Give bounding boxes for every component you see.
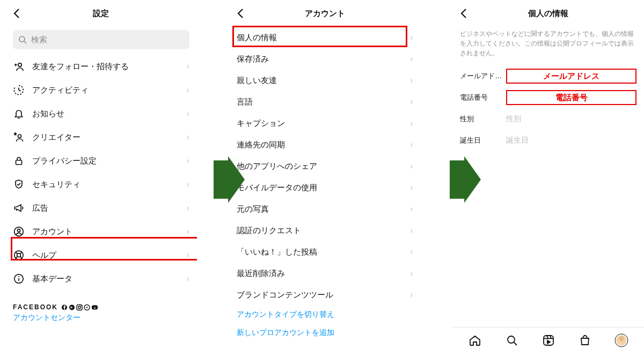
settings-row-creator[interactable]: クリエイター › [5,125,197,149]
reels-tab[interactable] [541,333,555,347]
chevron-right-icon: › [410,269,413,278]
settings-row-privacy[interactable]: プライバシー設定 › [5,149,197,173]
back-button[interactable] [13,8,20,19]
phone-label: 電話番号 [460,93,506,102]
facebook-apps-icons: o [61,304,100,311]
svg-rect-29 [544,336,553,345]
settings-row-notifications[interactable]: お知らせ › [5,102,197,125]
settings-row-follow-invite[interactable]: 友達をフォロー・招待する › [5,55,197,78]
add-pro-account-link[interactable]: 新しいプロアカウントを追加 [229,324,421,342]
chevron-right-icon: › [186,109,189,118]
account-row-recently-deleted[interactable]: 最近削除済み › [229,263,421,284]
svg-line-28 [514,342,517,345]
chevron-right-icon: › [410,97,413,107]
svg-point-8 [17,229,20,232]
account-row-label: 元の写真 [237,204,269,214]
settings-row-info[interactable]: 基本データ › [5,267,197,291]
settings-row-label: アカウント [32,227,72,237]
settings-row-ads[interactable]: 広告 › [5,196,197,220]
back-button[interactable] [460,8,467,19]
account-row-close-friends[interactable]: 親しい友達 › [229,70,421,91]
svg-marker-35 [214,157,245,203]
chevron-right-icon: › [186,180,189,189]
settings-header: 設定 [5,0,197,27]
switch-account-type-link[interactable]: アカウントタイプを切り替え [229,306,421,324]
account-row-language[interactable]: 言語 › [229,91,421,113]
chevron-right-icon: › [410,247,413,257]
svg-marker-36 [450,157,481,203]
activity-icon [13,84,25,96]
account-row-share-other-apps[interactable]: 他のアプリへのシェア › [229,155,421,177]
gender-label: 性別 [460,114,506,124]
account-row-contact-sync[interactable]: 連絡先の同期 › [229,134,421,155]
account-row-saved[interactable]: 保存済み › [229,48,421,70]
phone-field-row[interactable]: 電話番号 電話番号 [452,87,644,108]
chevron-right-icon: › [186,250,189,260]
chevron-right-icon: › [186,274,189,284]
account-row-label: キャプション [237,118,285,129]
profile-tab[interactable] [614,333,628,347]
chevron-right-icon: › [186,203,189,213]
settings-row-activity[interactable]: アクティビティ › [5,78,197,102]
help-lifesaver-icon [13,249,25,261]
account-row-verification-request[interactable]: 認証のリクエスト › [229,220,421,241]
settings-title: 設定 [5,9,197,19]
email-field-row[interactable]: メールアド… メールアドレス [452,65,644,87]
settings-row-label: セキュリティ [32,180,80,190]
account-row-original-photos[interactable]: 元の写真 › [229,198,421,220]
account-header: アカウント [229,0,421,27]
settings-row-security[interactable]: セキュリティ › [5,173,197,196]
user-circle-icon [13,226,25,237]
account-row-liked-posts[interactable]: 「いいね！」した投稿 › [229,241,421,263]
gender-field-row[interactable]: 性別 性別 [452,108,644,130]
settings-row-label: 基本データ [32,274,72,284]
svg-line-13 [20,252,22,254]
info-icon [13,273,25,285]
account-row-mobile-data[interactable]: モバイルデータの使用 › [229,177,421,198]
personal-info-description: ビジネスやペットなどに関するアカウントでも、個人の情報を入力してください。この情… [452,27,644,65]
account-row-branded-content[interactable]: ブランドコンテンツツール › [229,284,421,306]
account-row-label: 認証のリクエスト [237,226,301,236]
chevron-right-icon: › [410,118,413,128]
home-tab[interactable] [468,333,482,347]
bell-icon [13,108,25,120]
account-row-label: 他のアプリへのシェア [237,161,317,172]
settings-row-account[interactable]: アカウント › [5,220,197,243]
search-input[interactable]: 検索 [13,30,189,49]
chevron-right-icon: › [410,161,413,171]
settings-row-label: アクティビティ [32,85,89,95]
account-row-label: 「いいね！」した投稿 [237,247,317,257]
shield-icon [13,178,25,190]
svg-line-1 [24,41,26,43]
settings-row-help[interactable]: ヘルプ › [5,243,197,267]
facebook-section-header: FACEBOOK o [13,303,189,311]
chevron-right-icon: › [186,62,189,71]
settings-row-label: 友達をフォロー・招待する [32,62,129,72]
settings-row-label: お知らせ [32,109,64,119]
svg-point-0 [19,36,25,42]
svg-line-11 [16,252,18,254]
svg-line-12 [20,256,22,258]
facebook-label: FACEBOOK [13,303,58,311]
shop-tab[interactable] [578,333,592,347]
megaphone-icon [13,202,25,214]
birthday-field-row[interactable]: 誕生日 誕生日 [452,130,644,151]
chevron-right-icon: › [410,33,413,42]
back-button[interactable] [237,8,244,19]
account-screen: アカウント 個人の情報 › 保存済み › 親しい友達 › 言語 › キャプション… [229,0,421,357]
account-row-label: 個人の情報 [237,33,277,43]
add-friend-icon [13,61,25,72]
svg-text:o: o [94,306,96,309]
personal-info-screen: 個人の情報 ビジネスやペットなどに関するアカウントでも、個人の情報を入力してくだ… [452,0,644,357]
account-center-link[interactable]: アカウントセンター [13,313,189,323]
email-label: メールアド… [460,71,506,81]
svg-point-2 [18,63,21,66]
account-row-captions[interactable]: キャプション › [229,113,421,134]
account-row-label: 最近削除済み [237,269,285,279]
account-row-label: 連絡先の同期 [237,140,285,150]
svg-point-27 [508,336,515,343]
chevron-right-icon: › [410,76,413,85]
account-row-personal-info[interactable]: 個人の情報 › [229,27,421,48]
personal-info-title: 個人の情報 [452,9,644,19]
search-tab[interactable] [505,333,519,347]
